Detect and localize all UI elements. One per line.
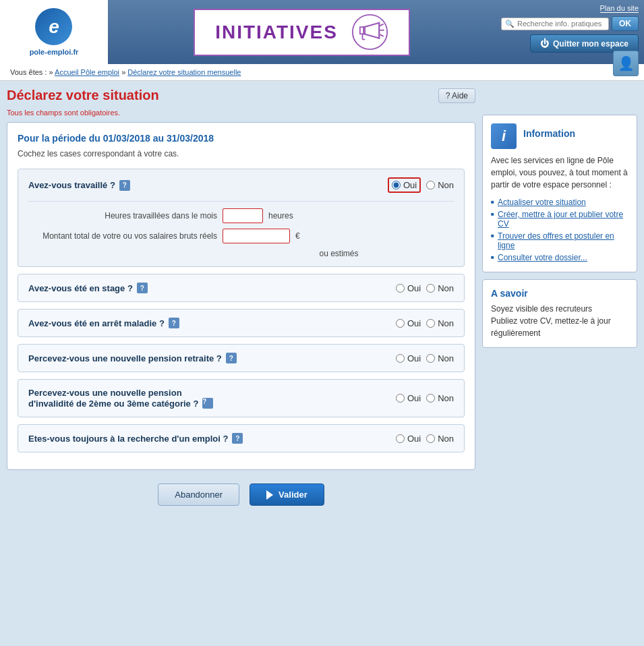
search-row: 🔍 OK <box>501 16 639 31</box>
form-card: Pour la période du 01/03/2018 au 31/03/2… <box>7 122 475 470</box>
period-title: Pour la période du 01/03/2018 au 31/03/2… <box>18 133 465 144</box>
savoir-text: Soyez visible des recruteursPubliez votr… <box>491 303 628 339</box>
radio-oui-input-recherche-emploi[interactable] <box>396 434 405 443</box>
question-row-pension-invalidite: Percevez-vous une nouvelle pension d'inv… <box>28 388 454 409</box>
info-link-4[interactable]: Consulter votre dossier... <box>491 252 628 264</box>
valider-button[interactable]: Valider <box>250 483 324 506</box>
radio-non-input-arret-maladie[interactable] <box>426 319 435 328</box>
heures-input[interactable] <box>223 208 263 223</box>
radio-non-input-pension-retraite[interactable] <box>426 354 435 363</box>
breadcrumb-link-situation[interactable]: Déclarez votre situation mensuelle <box>127 68 241 76</box>
power-icon: ⏻ <box>540 38 549 49</box>
salaires-input[interactable] <box>223 229 290 243</box>
user-avatar[interactable]: 👤 <box>613 51 639 76</box>
logo-icon: e <box>35 8 72 45</box>
breadcrumb-link-accueil[interactable]: Accueil Pôle emploi <box>55 68 119 76</box>
radio-oui-input-arret-maladie[interactable] <box>396 319 405 328</box>
cochez-note: Cochez les cases correspondant à votre c… <box>18 149 465 158</box>
question-block-travaille: Avez-vous travaillé ? ? Oui Non <box>18 169 465 267</box>
required-note: Tous les champs sont obligatoires. <box>7 109 475 117</box>
help-badge-recherche-emploi[interactable]: ? <box>232 433 243 444</box>
aide-button[interactable]: ? Aide <box>438 88 475 103</box>
info-card-header: i Information <box>491 123 628 149</box>
banner-megaphone-icon <box>351 13 388 51</box>
radio-non-input-pension-invalidite[interactable] <box>426 394 435 403</box>
svg-point-0 <box>353 15 387 49</box>
help-badge-travaille[interactable]: ? <box>119 180 130 191</box>
radio-group-arret-maladie: Oui Non <box>396 318 454 328</box>
banner-area: INITIATIVES <box>108 0 496 64</box>
plan-site-link[interactable]: Plan du site <box>600 4 639 13</box>
arrow-icon <box>266 490 273 500</box>
radio-non-pension-retraite[interactable]: Non <box>426 353 454 363</box>
page-title-row: Déclarez votre situation ? Aide <box>7 88 475 103</box>
help-badge-stage[interactable]: ? <box>137 283 148 293</box>
heures-label: Heures travaillées dans le mois <box>28 211 217 221</box>
logo-area: e pole-emploi.fr <box>0 0 108 64</box>
question-label-arret-maladie: Avez-vous été en arrêt maladie ? ? <box>28 318 179 328</box>
radio-oui-travaille[interactable]: Oui <box>388 177 421 193</box>
help-badge-pension-retraite[interactable]: ? <box>226 353 237 363</box>
radio-non-arret-maladie[interactable]: Non <box>426 318 454 328</box>
question-label-pension-invalidite: Percevez-vous une nouvelle pension d'inv… <box>28 388 213 409</box>
quitter-button[interactable]: ⏻ Quitter mon espace <box>530 34 639 53</box>
help-badge-arret-maladie[interactable]: ? <box>169 318 179 328</box>
question-row-arret-maladie: Avez-vous été en arrêt maladie ? ? Oui N… <box>28 318 454 328</box>
content-area: Déclarez votre situation ? Aide Tous les… <box>7 88 475 506</box>
question-row-pension-retraite: Percevez-vous une nouvelle pension retra… <box>28 353 454 363</box>
salaires-label: Montant total de votre ou vos salaires b… <box>28 231 217 241</box>
search-icon: 🔍 <box>505 20 515 28</box>
svg-line-6 <box>380 34 384 36</box>
question-block-stage: Avez-vous été en stage ? ? Oui Non <box>18 274 465 302</box>
info-icon: i <box>491 123 517 149</box>
radio-oui-pension-invalidite[interactable]: Oui <box>396 393 421 403</box>
page-title: Déclarez votre situation <box>7 88 159 103</box>
radio-oui-pension-retraite[interactable]: Oui <box>396 353 421 363</box>
question-row-stage: Avez-vous été en stage ? ? Oui Non <box>28 283 454 293</box>
search-input[interactable] <box>517 20 605 28</box>
question-block-pension-retraite: Percevez-vous une nouvelle pension retra… <box>18 344 465 372</box>
banner-title: INITIATIVES <box>215 22 338 43</box>
info-link-3[interactable]: Trouver des offres et postuler en ligne <box>491 230 628 252</box>
abandonner-button[interactable]: Abandonner <box>158 483 239 506</box>
savoir-card: A savoir Soyez visible des recruteursPub… <box>482 279 637 348</box>
radio-oui-input-pension-retraite[interactable] <box>396 354 405 363</box>
salaires-unit: € <box>295 231 300 241</box>
radio-group-stage: Oui Non <box>396 283 454 293</box>
radio-oui-input-pension-invalidite[interactable] <box>396 394 405 403</box>
radio-oui-recherche-emploi[interactable]: Oui <box>396 434 421 444</box>
search-wrap: 🔍 <box>501 18 609 30</box>
radio-non-pension-invalidite[interactable]: Non <box>426 393 454 403</box>
top-bar: e pole-emploi.fr INITIATIVES Plan du sit… <box>0 0 644 64</box>
radio-group-pension-invalidite: Oui Non <box>396 393 454 403</box>
sub-fields-travaille: Heures travaillées dans le mois heures M… <box>28 201 454 258</box>
radio-non-input-recherche-emploi[interactable] <box>426 434 435 443</box>
breadcrumb-separator: » <box>121 68 127 76</box>
question-label-pension-retraite: Percevez-vous une nouvelle pension retra… <box>28 353 237 363</box>
salaires-row: Montant total de votre ou vos salaires b… <box>28 229 454 243</box>
radio-non-input-travaille[interactable] <box>426 181 435 189</box>
info-link-2[interactable]: Créer, mettre à jour et publier votre CV <box>491 208 628 230</box>
radio-oui-stage[interactable]: Oui <box>396 283 421 293</box>
help-badge-pension-invalidite[interactable]: ? <box>202 398 213 409</box>
radio-non-stage[interactable]: Non <box>426 283 454 293</box>
radio-oui-input-travaille[interactable] <box>392 181 401 189</box>
ou-estime-label: ou estimés <box>28 249 454 258</box>
question-block-recherche-emploi: Etes-vous toujours à la recherche d'un e… <box>18 424 465 452</box>
radio-oui-arret-maladie[interactable]: Oui <box>396 318 421 328</box>
info-intro-text: Avec les services en ligne de Pôle emplo… <box>491 154 628 191</box>
question-label-recherche-emploi: Etes-vous toujours à la recherche d'un e… <box>28 433 243 444</box>
radio-group-pension-retraite: Oui Non <box>396 353 454 363</box>
breadcrumb-prefix: Vous êtes : » <box>10 68 53 76</box>
radio-oui-input-stage[interactable] <box>396 284 405 293</box>
radio-non-recherche-emploi[interactable]: Non <box>426 434 454 444</box>
sidebar: i Information Avec les services en ligne… <box>482 115 637 506</box>
radio-non-travaille[interactable]: Non <box>426 180 454 190</box>
question-row-recherche-emploi: Etes-vous toujours à la recherche d'un e… <box>28 433 454 444</box>
radio-non-input-stage[interactable] <box>426 284 435 293</box>
user-icon: 👤 <box>618 55 635 71</box>
info-link-1[interactable]: Actualiser votre situation <box>491 196 628 208</box>
ok-button[interactable]: OK <box>612 16 639 31</box>
site-name: pole-emploi.fr <box>30 48 79 56</box>
info-card: i Information Avec les services en ligne… <box>482 115 637 272</box>
